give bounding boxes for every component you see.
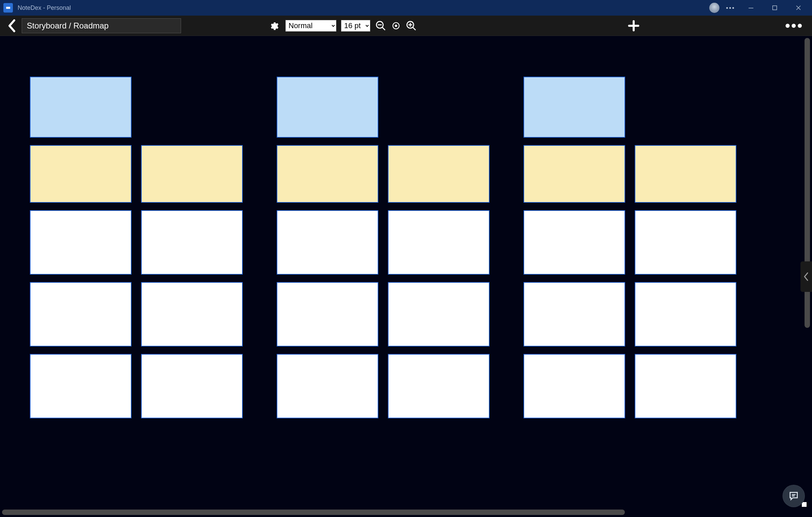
note-card[interactable] [277, 282, 378, 346]
note-card[interactable] [141, 354, 243, 418]
note-card[interactable] [277, 354, 378, 418]
settings-button[interactable] [269, 21, 279, 31]
svg-line-9 [413, 27, 416, 30]
note-card[interactable] [523, 354, 625, 418]
card-group [30, 77, 243, 418]
svg-rect-0 [6, 7, 10, 9]
note-card[interactable] [277, 210, 378, 275]
feedback-chat-button[interactable] [783, 485, 805, 507]
note-card[interactable] [277, 145, 378, 203]
maximize-button[interactable] [768, 1, 781, 15]
card-group [277, 77, 490, 418]
window-titlebar: NoteDex - Personal [0, 0, 812, 16]
horizontal-scrollbar[interactable] [2, 510, 800, 515]
note-card[interactable] [523, 210, 625, 275]
scroll-corner [802, 502, 807, 507]
note-card[interactable] [141, 145, 243, 203]
svg-point-7 [395, 25, 397, 26]
board-title-input[interactable] [22, 18, 181, 33]
close-button[interactable] [792, 1, 805, 15]
add-card-button[interactable] [628, 20, 640, 32]
note-card[interactable] [523, 145, 625, 203]
back-button[interactable] [7, 19, 17, 33]
zoom-out-button[interactable] [375, 20, 387, 32]
side-panel-expand-button[interactable] [800, 261, 812, 292]
note-card[interactable] [30, 282, 132, 346]
svg-rect-2 [773, 6, 777, 10]
svg-rect-1 [749, 8, 753, 8]
note-card[interactable] [141, 210, 243, 275]
header-card[interactable] [277, 77, 378, 138]
header-card[interactable] [523, 77, 625, 138]
font-size-select[interactable]: 16 pt [341, 20, 370, 32]
note-card[interactable] [635, 282, 736, 346]
note-card[interactable] [30, 210, 132, 275]
toolbar-more-button[interactable] [782, 20, 805, 31]
note-card[interactable] [635, 145, 736, 203]
note-card[interactable] [388, 145, 490, 203]
note-card[interactable] [635, 210, 736, 275]
canvas-area [0, 36, 812, 517]
note-card[interactable] [30, 354, 132, 418]
horizontal-scroll-thumb[interactable] [2, 510, 625, 515]
note-card[interactable] [635, 354, 736, 418]
note-card[interactable] [30, 145, 132, 203]
window-controls [744, 1, 805, 15]
user-avatar[interactable] [709, 3, 719, 13]
zoom-in-button[interactable] [405, 20, 417, 32]
svg-line-4 [382, 27, 385, 30]
note-card[interactable] [141, 282, 243, 346]
canvas-viewport[interactable] [0, 36, 803, 508]
app-title: NoteDex - Personal [18, 4, 71, 12]
card-group [523, 77, 736, 418]
titlebar-more-icon[interactable] [726, 7, 734, 9]
note-card[interactable] [388, 282, 490, 346]
minimize-button[interactable] [744, 1, 758, 15]
note-card[interactable] [523, 282, 625, 346]
note-card[interactable] [388, 354, 490, 418]
note-card[interactable] [388, 210, 490, 275]
text-style-select[interactable]: Normal [285, 20, 336, 32]
zoom-reset-button[interactable] [391, 21, 401, 31]
toolbar: Normal 16 pt [0, 16, 812, 36]
app-icon [3, 3, 13, 13]
header-card[interactable] [30, 77, 132, 138]
